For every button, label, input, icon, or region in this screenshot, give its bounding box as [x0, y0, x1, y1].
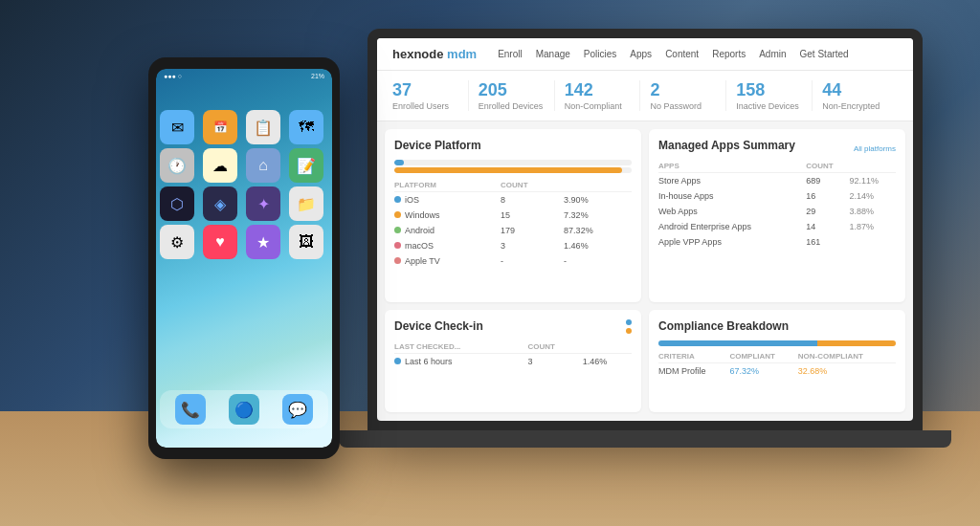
table-row: macOS 3 1.46% — [394, 238, 632, 253]
app-icon-settings[interactable]: ⚙ — [160, 225, 194, 259]
platform-bars — [394, 160, 632, 173]
app-icon-files[interactable]: 📁 — [289, 186, 323, 221]
bar-fill-blue — [394, 160, 404, 165]
stat-enrolled-users: 37 Enrolled Users — [392, 80, 469, 111]
table-row: Apple TV - - — [394, 253, 632, 269]
app-icon-app1[interactable]: ◈ — [203, 186, 237, 221]
app-icon-app2[interactable]: ✦ — [246, 186, 280, 221]
tablet-time: ●●● ○ — [164, 73, 182, 79]
dot-windows — [394, 211, 401, 218]
mini-dots — [626, 319, 632, 334]
app-icon-maps[interactable]: 🗺 — [289, 110, 323, 144]
tablet-screen: ●●● ○ 21% ✉ 📅 📋 🗺 🕐 ☁ ⌂ 📝 ⬡ ◈ ✦ 📁 ⚙ ♥ ★ — [156, 69, 332, 448]
nav-logo: hexnode mdm — [392, 47, 477, 61]
dot-ios — [394, 196, 401, 203]
dashboard: hexnode mdm Enroll Manage Policies Apps … — [377, 38, 913, 421]
apps-pct-header — [849, 160, 896, 173]
nav-item-enroll[interactable]: Enroll — [498, 49, 523, 59]
compliance-bar-compliant — [658, 340, 817, 346]
app-icon-photos[interactable]: 🖼 — [289, 225, 323, 259]
dot-checkin-6h — [394, 358, 401, 364]
checkin-count-header: COUNT — [527, 340, 582, 354]
platform-col-header: PLATFORM — [394, 179, 501, 192]
app-grid[interactable]: ✉ 📅 📋 🗺 🕐 ☁ ⌂ 📝 ⬡ ◈ ✦ 📁 ⚙ ♥ ★ 🖼 — [156, 102, 332, 267]
dock-messages[interactable]: 💬 — [282, 394, 313, 425]
app-icon-hexnode[interactable]: ⬡ — [160, 186, 194, 221]
compliance-breakdown-card: Compliance Breakdown CRITERIA COMPLIANT … — [649, 310, 905, 412]
criteria-header: CRITERIA — [658, 350, 729, 363]
device-checkin-card: Device Check-in LAST CHECKED... COUNT — [385, 310, 641, 412]
nav-item-content[interactable]: Content — [665, 49, 699, 59]
nav-bar: hexnode mdm Enroll Manage Policies Apps … — [377, 38, 913, 71]
table-row: Last 6 hours 3 1.46% — [394, 354, 632, 370]
tablet-frame: ●●● ○ 21% ✉ 📅 📋 🗺 🕐 ☁ ⌂ 📝 ⬡ ◈ ✦ 📁 ⚙ ♥ ★ — [148, 57, 340, 459]
bar-fill-orange — [394, 167, 622, 173]
dock-phone[interactable]: 📞 — [175, 394, 206, 425]
content-area: Device Platform — [377, 121, 913, 420]
app-icon-weather[interactable]: ☁ — [203, 148, 237, 183]
table-row: Apple VPP Apps 161 — [658, 234, 896, 250]
app-icon-clock[interactable]: 🕐 — [160, 148, 194, 183]
checkin-pct-header — [583, 340, 632, 354]
apps-table: APPS COUNT Store Apps 689 92.11% — [658, 160, 896, 250]
table-row: Windows 15 7.32% — [394, 208, 632, 223]
dock-safari[interactable]: 🔵 — [229, 394, 259, 425]
compliance-bar — [658, 340, 896, 346]
app-icon-calendar[interactable]: 📅 — [203, 110, 237, 144]
checkin-time-header: LAST CHECKED... — [394, 340, 527, 354]
stats-row: 37 Enrolled Users 205 Enrolled Devices 1… — [377, 71, 913, 121]
dot-appletv — [394, 257, 401, 264]
stat-no-password: 2 No Password — [640, 80, 726, 111]
table-row: Android 179 87.32% — [394, 223, 632, 238]
compliance-bar-noncompliant — [817, 340, 896, 346]
nav-item-get-started[interactable]: Get Started — [800, 49, 849, 59]
stat-non-compliant: 142 Non-Compliant — [555, 80, 641, 111]
app-icon-reminders[interactable]: 📋 — [246, 110, 280, 144]
noncompliant-header: NON-COMPLIANT — [798, 350, 896, 363]
laptop-screen: hexnode mdm Enroll Manage Policies Apps … — [377, 38, 913, 421]
table-row: Web Apps 29 3.88% — [658, 204, 896, 219]
compliance-breakdown-title: Compliance Breakdown — [658, 319, 896, 333]
compliance-table: CRITERIA COMPLIANT NON-COMPLIANT MDM Pro… — [658, 350, 896, 379]
device-platform-title: Device Platform — [394, 139, 632, 152]
stat-enrolled-devices: 205 Enrolled Devices — [469, 80, 555, 111]
bar-track-1 — [394, 160, 632, 165]
table-row: Android Enterprise Apps 14 1.87% — [658, 219, 896, 234]
app-icon-star[interactable]: ★ — [246, 225, 280, 259]
tablet-bg: ●●● ○ 21% ✉ 📅 📋 🗺 🕐 ☁ ⌂ 📝 ⬡ ◈ ✦ 📁 ⚙ ♥ ★ — [156, 69, 332, 448]
apps-col-header: APPS — [658, 160, 806, 173]
managed-apps-title: Managed Apps Summary — [658, 139, 795, 152]
stat-inactive-devices: 158 Inactive Devices — [726, 80, 813, 111]
mini-dot-orange — [626, 328, 632, 334]
all-platforms-button[interactable]: All platforms — [854, 144, 896, 153]
nav-item-policies[interactable]: Policies — [584, 49, 616, 59]
bar-row-1 — [394, 160, 632, 165]
nav-item-manage[interactable]: Manage — [536, 49, 570, 59]
app-icon-notes[interactable]: 📝 — [289, 148, 323, 183]
tablet-battery: 21% — [311, 73, 324, 79]
platform-table: PLATFORM COUNT iOS 8 3.90% — [394, 179, 632, 269]
nav-item-apps[interactable]: Apps — [630, 49, 652, 59]
app-icon-home[interactable]: ⌂ — [246, 148, 280, 183]
stat-non-encrypted: 44 Non-Encrypted — [813, 80, 898, 111]
app-icon-mail[interactable]: ✉ — [160, 110, 194, 144]
table-row: MDM Profile 67.32% 32.68% — [658, 363, 896, 380]
managed-apps-card: Managed Apps Summary All platforms APPS … — [649, 129, 905, 302]
compliant-header: COMPLIANT — [729, 350, 797, 363]
laptop-base — [339, 430, 951, 448]
device-checkin-title: Device Check-in — [394, 319, 632, 333]
laptop-frame: hexnode mdm Enroll Manage Policies Apps … — [368, 29, 923, 430]
dot-macos — [394, 242, 401, 249]
apps-count-header: COUNT — [806, 160, 849, 173]
app-icon-love[interactable]: ♥ — [203, 225, 237, 259]
checkin-table: LAST CHECKED... COUNT Last 6 hours 3 1.4… — [394, 340, 632, 369]
pct-col-header — [564, 179, 632, 192]
nav-item-reports[interactable]: Reports — [712, 49, 746, 59]
mini-dot-blue — [626, 319, 632, 325]
table-row: iOS 8 3.90% — [394, 192, 632, 208]
nav-item-admin[interactable]: Admin — [759, 49, 786, 59]
device-platform-card: Device Platform — [385, 129, 641, 302]
count-col-header: COUNT — [501, 179, 564, 192]
table-row: In-house Apps 16 2.14% — [658, 188, 896, 204]
dot-android — [394, 227, 401, 233]
